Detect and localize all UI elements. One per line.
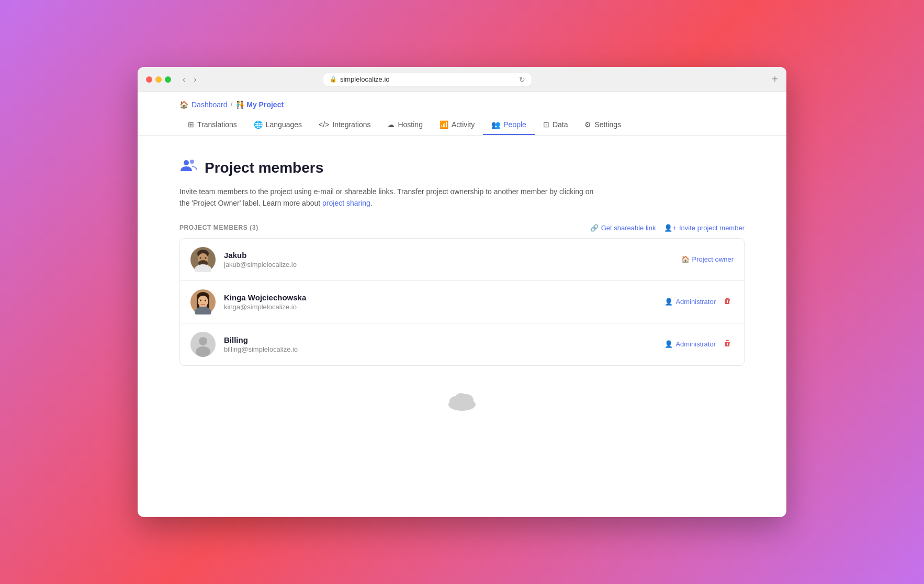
nav-tabs: ⊞ Translations 🌐 Languages </> Integrati… (179, 115, 745, 135)
main-content: Project members Invite team members to t… (138, 136, 786, 449)
member-role: 👤 Administrator (664, 337, 734, 352)
table-row: Billing billing@simplelocalize.io 👤 Admi… (180, 323, 744, 365)
breadcrumb-separator: / (231, 100, 233, 109)
svg-point-14 (198, 296, 208, 307)
member-email: billing@simplelocalize.io (224, 345, 656, 353)
get-shareable-link-button[interactable]: 🔗 Get shareable link (590, 224, 656, 232)
role-badge-owner[interactable]: 🏠 Project owner (681, 255, 734, 263)
tab-languages-label: Languages (266, 120, 302, 129)
invite-member-label: Invite project member (679, 224, 745, 232)
table-row: Kinga Wojciechowska kinga@simplelocalize… (180, 281, 744, 323)
svg-point-0 (184, 160, 189, 165)
bottom-section (179, 366, 745, 428)
svg-point-24 (455, 393, 467, 403)
cloud-icon (446, 387, 478, 418)
tab-people[interactable]: 👥 People (483, 115, 535, 135)
admin-icon: 👤 (664, 298, 673, 306)
back-button[interactable]: ‹ (179, 74, 188, 85)
member-name: Billing (224, 335, 656, 344)
svg-point-20 (196, 346, 210, 357)
tab-data[interactable]: ⊡ Data (535, 115, 577, 135)
delete-billing-button[interactable] (721, 337, 734, 352)
members-list: Jakub jakub@simplelocalize.io 🏠 Project … (179, 238, 745, 366)
settings-icon: ⚙ (584, 120, 591, 129)
invite-icon: 👤+ (664, 224, 677, 232)
delete-member-button[interactable] (721, 295, 734, 309)
reload-icon[interactable]: ↻ (519, 75, 525, 84)
member-info: Kinga Wojciechowska kinga@simplelocalize… (224, 293, 656, 311)
tab-hosting[interactable]: ☁ Hosting (379, 115, 431, 135)
traffic-lights (146, 76, 171, 83)
breadcrumb: 🏠 Dashboard / 🧑‍🤝‍🧑 My Project (179, 100, 745, 109)
role-badge-admin-billing[interactable]: 👤 Administrator (664, 340, 716, 348)
tab-settings-label: Settings (594, 120, 621, 129)
invite-member-button[interactable]: 👤+ Invite project member (664, 224, 745, 232)
data-icon: ⊡ (543, 120, 549, 129)
forward-button[interactable]: › (190, 74, 199, 85)
svg-point-8 (205, 257, 207, 259)
new-tab-button[interactable]: + (772, 73, 778, 85)
tab-people-label: People (503, 120, 526, 129)
member-role: 👤 Administrator (664, 295, 734, 309)
description-text-1: Invite team members to the project using… (179, 187, 593, 207)
get-shareable-link-label: Get shareable link (601, 224, 656, 232)
translations-icon: ⊞ (188, 120, 194, 129)
browser-content: 🏠 Dashboard / 🧑‍🤝‍🧑 My Project ⊞ Transla… (138, 92, 786, 517)
tab-data-label: Data (553, 120, 568, 129)
tab-translations-label: Translations (197, 120, 237, 129)
admin-billing-label: Administrator (675, 340, 716, 348)
breadcrumb-dashboard-link[interactable]: Dashboard (191, 100, 228, 109)
app-header: 🏠 Dashboard / 🧑‍🤝‍🧑 My Project ⊞ Transla… (138, 92, 786, 136)
page-header: Project members (179, 156, 745, 179)
link-icon: 🔗 (590, 224, 599, 232)
members-actions: 🔗 Get shareable link 👤+ Invite project m… (590, 224, 745, 232)
svg-point-1 (190, 160, 194, 164)
avatar (190, 289, 216, 315)
tab-languages[interactable]: 🌐 Languages (245, 115, 310, 135)
people-icon: 👥 (491, 120, 500, 129)
page-description: Invite team members to the project using… (179, 186, 598, 209)
member-name: Jakub (224, 251, 673, 260)
member-role: 🏠 Project owner (681, 255, 734, 263)
tab-activity-label: Activity (452, 120, 475, 129)
member-info: Jakub jakub@simplelocalize.io (224, 251, 673, 268)
tab-integrations[interactable]: </> Integrations (310, 115, 379, 135)
close-button[interactable] (146, 76, 152, 83)
members-header: PROJECT MEMBERS (3) 🔗 Get shareable link… (179, 224, 745, 232)
breadcrumb-project-name: 🧑‍🤝‍🧑 My Project (235, 100, 284, 109)
admin-label: Administrator (675, 298, 716, 306)
svg-point-15 (200, 299, 201, 301)
tab-activity[interactable]: 📶 Activity (431, 115, 483, 135)
page-members-icon (179, 156, 198, 179)
tab-hosting-label: Hosting (398, 120, 422, 129)
browser-window: ‹ › 🔒 simplelocalize.io ↻ + 🏠 Dashboard … (138, 67, 786, 517)
svg-point-19 (199, 337, 207, 345)
description-text-2: . (370, 199, 373, 207)
avatar (190, 247, 216, 272)
member-name: Kinga Wojciechowska (224, 293, 656, 302)
tab-translations[interactable]: ⊞ Translations (179, 115, 245, 135)
svg-point-16 (205, 299, 206, 301)
activity-icon: 📶 (440, 120, 448, 129)
maximize-button[interactable] (165, 76, 171, 83)
hosting-icon: ☁ (387, 120, 395, 129)
home-icon: 🏠 (179, 100, 188, 109)
member-email: kinga@simplelocalize.io (224, 303, 656, 311)
members-count-label: PROJECT MEMBERS (3) (179, 224, 258, 231)
table-row: Jakub jakub@simplelocalize.io 🏠 Project … (180, 239, 744, 281)
url-text: simplelocalize.io (340, 75, 390, 83)
minimize-button[interactable] (155, 76, 162, 83)
tab-integrations-label: Integrations (332, 120, 370, 129)
owner-icon: 🏠 (681, 255, 690, 263)
tab-settings[interactable]: ⚙ Settings (576, 115, 629, 135)
owner-label: Project owner (692, 255, 734, 263)
project-sharing-link[interactable]: project sharing (322, 199, 370, 207)
member-info: Billing billing@simplelocalize.io (224, 335, 656, 353)
address-bar[interactable]: 🔒 simplelocalize.io ↻ (323, 73, 532, 86)
lock-icon: 🔒 (330, 76, 337, 83)
role-badge-admin[interactable]: 👤 Administrator (664, 298, 716, 306)
browser-titlebar: ‹ › 🔒 simplelocalize.io ↻ + (138, 67, 786, 92)
integrations-icon: </> (319, 120, 329, 129)
page-title: Project members (205, 160, 323, 176)
member-email: jakub@simplelocalize.io (224, 261, 673, 268)
